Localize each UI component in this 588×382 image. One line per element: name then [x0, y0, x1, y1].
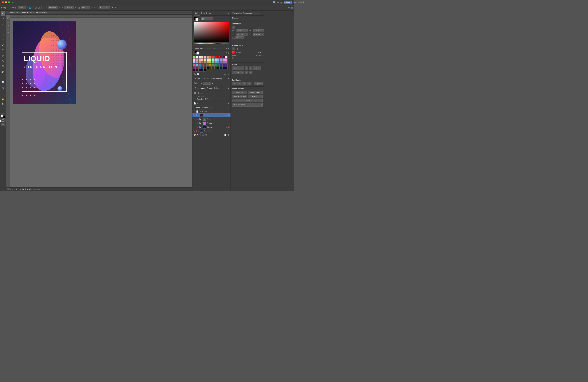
swatch-item[interactable] — [209, 61, 211, 64]
direct-select-tool[interactable]: ↗ — [1, 16, 5, 21]
grid-view-icon[interactable]: ⊞ — [277, 1, 279, 4]
stroke-arrows[interactable]: ⇅ — [258, 52, 259, 54]
swatch-item[interactable] — [220, 66, 222, 69]
graph-tool[interactable]: 📊 — [1, 80, 5, 84]
swatch-item[interactable] — [201, 64, 204, 66]
layer-eye-poster1[interactable]: 👁 — [193, 114, 196, 116]
swatch-item[interactable] — [217, 58, 220, 61]
swatch-item[interactable] — [196, 58, 198, 61]
artwork-canvas[interactable]: LIQUID ABSTRACTION — [13, 21, 76, 104]
sgt-panel-menu[interactable]: ≡ — [228, 77, 229, 80]
swatch-item[interactable] — [201, 66, 204, 69]
new-layer-btn[interactable]: 📄 — [196, 110, 199, 113]
angle-circle-icon[interactable] — [232, 37, 235, 39]
hand-tool[interactable]: ✋ — [1, 97, 5, 102]
align-icons[interactable]: ⊞ — [35, 6, 37, 9]
canvas-area[interactable]: ✕ FileInfo.com Example.ai @ 50 % (CMYK/P… — [6, 11, 192, 191]
isolate-group-button[interactable]: Isolate Group — [248, 91, 263, 94]
swatches-grid-view[interactable]: ⊞ — [228, 47, 229, 49]
stroke-mode-btn[interactable] — [2, 120, 4, 122]
swatch-item[interactable] — [225, 56, 228, 58]
swatch-new-btn[interactable]: 📄 — [197, 73, 199, 75]
edit-toolbar-btn[interactable]: ··· — [2, 127, 4, 130]
transform-constrain-icon[interactable]: ⛓ — [259, 26, 260, 28]
workspace-icon[interactable]: ▤ — [291, 6, 293, 9]
page-nav-prev[interactable]: ◂ — [20, 188, 21, 190]
reflect-v-btn[interactable]: ↕ — [262, 37, 263, 39]
swatch-item[interactable] — [204, 69, 206, 71]
fx-btn[interactable]: fx — [197, 102, 198, 105]
swatch-item[interactable] — [204, 64, 206, 66]
tab-appearance[interactable]: Appearance — [194, 87, 206, 89]
weight-input[interactable] — [203, 82, 211, 85]
tab-stroke[interactable]: Stroke — [194, 78, 201, 80]
gradient-tool[interactable]: ◧ — [1, 70, 5, 74]
h-prop-input[interactable] — [253, 33, 264, 36]
distribute-spacing-v-btn[interactable]: ⇕ — [240, 71, 244, 74]
swatch-item[interactable] — [217, 66, 220, 69]
save-as-symbol-button[interactable]: Save as Symbol — [232, 95, 247, 98]
recolor-button[interactable]: Recolor — [248, 95, 263, 98]
fill-indicator[interactable]: ? — [232, 47, 235, 50]
align-left-btn[interactable]: ⊣ — [232, 66, 236, 70]
appearance-three-dots[interactable]: ⋯ — [261, 59, 263, 61]
swatch-item[interactable] — [198, 61, 201, 64]
weight-arrows[interactable]: ⇅ — [200, 82, 202, 84]
swatch-item[interactable] — [225, 66, 228, 69]
pen-tool[interactable]: ✒ — [1, 22, 5, 27]
swatch-group-btn[interactable]: ⊞ — [224, 73, 226, 75]
layers-panel-icon[interactable]: ⊡ — [193, 110, 195, 113]
eyedropper-tool[interactable]: ⋯ — [1, 75, 5, 79]
layer-options-btn[interactable]: fx — [200, 111, 201, 112]
swatch-item[interactable] — [222, 56, 225, 58]
layers-target-btn[interactable]: ◎ — [205, 110, 207, 113]
layer-expand-poster2[interactable]: ▶ — [198, 130, 200, 132]
layer-row-background[interactable]: 👁 ▶ Backg... ◎ — [192, 125, 231, 129]
swatch-item[interactable] — [196, 56, 198, 58]
slice-tool[interactable]: ⌖ — [1, 91, 5, 95]
reflect-h-btn[interactable]: ↔ — [259, 37, 261, 39]
swatch-item[interactable] — [214, 56, 217, 58]
swatch-item[interactable] — [204, 58, 206, 61]
color-picker-cursor[interactable] — [227, 23, 228, 24]
swatch-item[interactable] — [201, 56, 204, 58]
pencil-tool[interactable]: ✏ — [1, 47, 5, 52]
swatch-item[interactable] — [214, 64, 217, 66]
transform-three-dots[interactable]: ⋯ — [261, 40, 263, 42]
swatch-item[interactable] — [217, 61, 220, 64]
appearance-delete-btn[interactable]: 🗑 — [228, 102, 230, 105]
opacity-item-arrow[interactable]: ▸ — [262, 55, 263, 56]
swatch-item[interactable] — [212, 66, 214, 69]
swatch-item[interactable] — [196, 64, 198, 66]
layer-target-background[interactable]: ◎ — [226, 126, 227, 128]
swatch-item[interactable] — [209, 56, 211, 58]
arrange-button[interactable]: Arrange — [232, 99, 263, 102]
distribute-h2-btn[interactable]: ||| — [245, 71, 248, 74]
w-prop-input[interactable] — [253, 29, 264, 32]
swatch-color-indicator[interactable] — [195, 51, 199, 55]
rect-tool[interactable]: ▭ — [1, 37, 5, 42]
align-three-dots[interactable]: ⋯ — [261, 75, 263, 77]
color-spectrum[interactable] — [194, 42, 229, 44]
swatch-item[interactable] — [196, 61, 198, 64]
color-gradient-picker[interactable] — [194, 22, 229, 42]
swatch-item[interactable] — [206, 66, 209, 69]
delete-layer-btn[interactable]: 🗑 — [202, 110, 204, 113]
swatch-item[interactable] — [225, 64, 228, 66]
swatch-item[interactable] — [209, 66, 211, 69]
start-global-edit-button[interactable]: Start Global Edit ▾ — [232, 103, 263, 106]
opacity-arrow[interactable]: ▸ — [27, 7, 28, 8]
layer-expand-graphic[interactable]: ▶ — [200, 123, 202, 124]
page-nav-start[interactable]: |◂ — [22, 188, 24, 190]
pathfinder-exclude-btn[interactable]: ⊘ — [247, 82, 252, 85]
scale-tool[interactable]: ⇱ — [1, 59, 5, 63]
swatches-panel-menu[interactable]: ≡ — [226, 47, 227, 50]
layers-panel-menu[interactable]: ≡ — [228, 106, 229, 109]
transform-reference-point[interactable]: ⊞ — [232, 26, 235, 29]
swatch-item[interactable] — [217, 56, 220, 58]
transform-tool-icon[interactable]: ⟲ — [91, 7, 93, 8]
swatch-item[interactable] — [222, 58, 225, 61]
y-prop-input[interactable] — [236, 33, 248, 36]
fx-label[interactable]: fx — [232, 57, 234, 59]
search-icon[interactable]: 🔍 — [273, 1, 276, 4]
